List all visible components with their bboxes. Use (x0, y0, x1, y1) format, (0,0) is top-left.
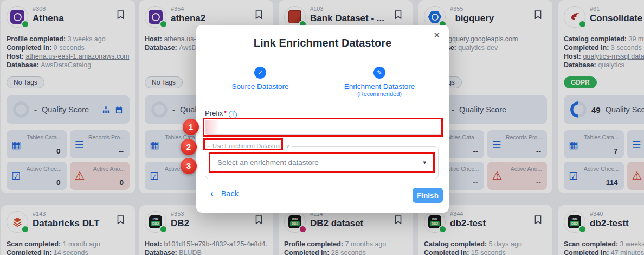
step-source-datastore: ✓ Source Datastore (228, 67, 293, 91)
step-label: Source Datastore (228, 82, 293, 91)
enrichment-select[interactable]: Select an enrichment datastore ▾ (211, 155, 433, 170)
info-icon[interactable]: i (229, 111, 237, 119)
finish-button[interactable]: Finish (413, 188, 443, 203)
required-asterisk: • (224, 107, 227, 116)
prefix-input[interactable] (205, 120, 442, 135)
caret-down-icon: ▾ (423, 159, 426, 166)
back-button[interactable]: ‹ Back (210, 189, 239, 198)
step-enrichment-datastore: ✎ Enrichment Datastore (Recommended) (342, 67, 417, 97)
annotation-badge-1: 1 (183, 119, 199, 135)
pencil-circle-icon: ✎ (373, 67, 385, 79)
chevron-down-icon: ∨ (286, 143, 289, 149)
step-label: Enrichment Datastore (342, 82, 417, 91)
chevron-left-icon: ‹ (210, 190, 214, 197)
annotation-badge-3: 3 (181, 158, 197, 174)
select-placeholder: Select an enrichment datastore (217, 158, 319, 167)
prefix-label: Prefix•i (205, 107, 237, 119)
link-enrichment-modal: ✕ Link Enrichment Datastore ✓ Source Dat… (196, 25, 449, 213)
check-circle-icon: ✓ (254, 67, 266, 79)
back-label: Back (221, 189, 239, 198)
fieldset-legend[interactable]: Use Enrichment Datastore∨ (210, 143, 292, 149)
modal-title: Link Enrichment Datastore (196, 37, 449, 49)
annotation-badge-2: 2 (181, 139, 197, 155)
step-sublabel: (Recommended) (342, 91, 417, 97)
